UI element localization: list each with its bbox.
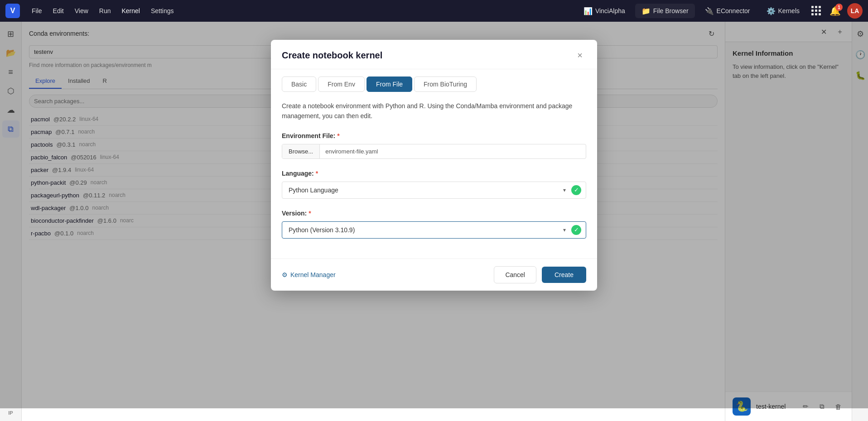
dialog-body: Create a notebook environment with Pytho… (271, 92, 597, 258)
menu-file[interactable]: File (27, 5, 47, 17)
dialog-tab-from-bioturing[interactable]: From BioTuring (414, 77, 477, 92)
file-browser-icon: 📁 (641, 6, 651, 15)
gear-icon: ⚙ (282, 271, 288, 278)
vinci-alpha-label: VinciAlpha (595, 7, 625, 14)
version-check-icon: ✓ (571, 225, 581, 235)
browse-button[interactable]: Browse... (282, 144, 320, 158)
notif-badge: 1 (835, 4, 843, 11)
file-input-row: Browse... enviroment-file.yaml (282, 144, 586, 159)
kernels-icon: ⚙️ (767, 6, 776, 15)
cancel-button[interactable]: Cancel (494, 266, 536, 283)
dialog-footer: ⚙ Kernel Manager Cancel Create (271, 258, 597, 291)
create-button[interactable]: Create (542, 267, 586, 283)
language-check-icon: ✓ (571, 185, 581, 195)
file-value: enviroment-file.yaml (320, 144, 586, 158)
required-star-version: * (309, 210, 311, 217)
grid-menu-btn[interactable] (810, 4, 823, 18)
kernel-manager-link[interactable]: ⚙ Kernel Manager (282, 271, 336, 278)
required-star-env: * (337, 132, 339, 139)
version-value: Python (Version 3.10.9) (282, 222, 558, 238)
dialog-description: Create a notebook environment with Pytho… (282, 101, 586, 121)
env-file-label: Environment File: * (282, 132, 586, 139)
menu-view[interactable]: View (70, 5, 93, 17)
menu-settings[interactable]: Settings (146, 5, 178, 17)
dialog-title: Create notebook kernel (282, 50, 382, 61)
sidebar-ip-label: IP (8, 410, 13, 416)
file-browser-btn[interactable]: 📁 File Browser (635, 4, 695, 18)
menu-edit[interactable]: Edit (48, 5, 68, 17)
create-kernel-dialog: Create notebook kernel × Basic From Env … (271, 40, 597, 291)
top-bar-actions: 📊 VinciAlpha 📁 File Browser 🔌 EConnector… (577, 3, 863, 19)
dialog-close-btn[interactable]: × (574, 49, 586, 62)
version-chevron-icon: ▾ (558, 227, 571, 233)
language-label: Language: * (282, 170, 586, 177)
modal-overlay: Create notebook kernel × Basic From Env … (0, 22, 868, 408)
vinci-alpha-btn[interactable]: 📊 VinciAlpha (577, 4, 632, 18)
required-star-lang: * (316, 170, 318, 177)
vinci-alpha-icon: 📊 (583, 6, 593, 15)
form-group-language: Language: * Python Language ▾ ✓ (282, 170, 586, 199)
dialog-header: Create notebook kernel × (271, 40, 597, 69)
app-logo[interactable]: V (5, 4, 20, 18)
language-select[interactable]: Python Language ▾ ✓ (282, 182, 586, 199)
menu-kernel[interactable]: Kernel (117, 5, 144, 17)
menu-bar: File Edit View Run Kernel Settings (27, 5, 178, 17)
dialog-tab-from-file[interactable]: From File (366, 77, 412, 92)
language-chevron-icon: ▾ (558, 187, 571, 193)
econnector-label: EConnector (717, 7, 750, 14)
econnector-icon: 🔌 (705, 6, 714, 15)
form-group-version: Version: * Python (Version 3.10.9) ▾ ✓ (282, 210, 586, 239)
version-select[interactable]: Python (Version 3.10.9) ▾ ✓ (282, 221, 586, 239)
language-value: Python Language (282, 182, 558, 198)
dialog-tabs: Basic From Env From File From BioTuring (271, 69, 597, 92)
dialog-tab-basic[interactable]: Basic (282, 77, 316, 92)
notifications-btn[interactable]: 🔔 1 (827, 3, 844, 19)
econnector-btn[interactable]: 🔌 EConnector (699, 4, 757, 18)
file-browser-label: File Browser (653, 7, 689, 14)
top-bar: V File Edit View Run Kernel Settings 📊 V… (0, 0, 868, 22)
version-label: Version: * (282, 210, 586, 217)
kernels-label: Kernels (778, 7, 800, 14)
user-avatar[interactable]: LA (847, 3, 863, 19)
form-group-env-file: Environment File: * Browse... enviroment… (282, 132, 586, 159)
dialog-tab-from-env[interactable]: From Env (318, 77, 365, 92)
logo-text: V (10, 7, 15, 15)
kernel-mgr-label: Kernel Manager (290, 271, 336, 278)
kernels-btn[interactable]: ⚙️ Kernels (760, 4, 806, 18)
menu-run[interactable]: Run (95, 5, 116, 17)
